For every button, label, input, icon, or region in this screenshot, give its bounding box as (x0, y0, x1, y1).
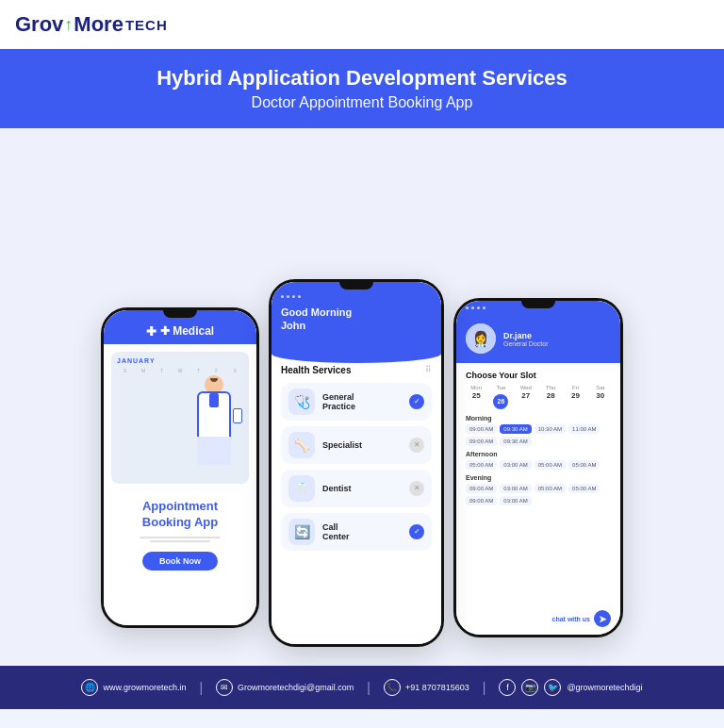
footer-divider-1: | (199, 680, 203, 695)
center-header-dots (281, 295, 432, 298)
center-header: Good Morning John (272, 282, 441, 352)
right-header-dots (466, 306, 485, 309)
phone-notch-right (521, 301, 555, 308)
time-slot[interactable]: 10:30 AM (535, 424, 566, 434)
time-slot[interactable]: 03:00 AM (500, 484, 531, 493)
day-wed: Wed 27 (516, 385, 536, 409)
phone-center-inner: Good Morning John Health Services ⠿ 🩺 Ge… (272, 282, 441, 644)
instagram-icon[interactable]: 📷 (521, 679, 538, 696)
footer-phone: 📞 +91 8707815603 (384, 679, 469, 696)
service-check-specialist: ✕ (409, 438, 424, 453)
logo-grow: Grov (15, 12, 63, 37)
service-specialist: 🦴 Specialist ✕ (281, 426, 432, 464)
phone-icon: 📞 (384, 679, 401, 696)
service-label-general: GeneralPractice (322, 392, 402, 411)
facebook-icon[interactable]: f (499, 679, 516, 696)
evening-slots: 09:00 AM 03:00 AM 05:00 AM 05:00 AM 09:0… (466, 484, 611, 505)
social-handle: @growmoretechdigi (567, 683, 642, 692)
phone-text[interactable]: +91 8707815603 (405, 683, 469, 692)
phone-left-inner: ✚ ✚ Medical JANUARY S M T W T F S (104, 310, 256, 625)
center-body: Health Services ⠿ 🩺 GeneralPractice ✓ 🦴 … (272, 352, 441, 570)
service-icon-specialist: 🦴 (288, 432, 315, 458)
chat-label: chat with us (552, 616, 590, 622)
sub-title: Doctor Appointment Booking App (19, 94, 705, 111)
day-thu: Thu 28 (540, 385, 561, 409)
calendar-area: JANUARY S M T W T F S (111, 352, 249, 484)
main-content: ✚ ✚ Medical JANUARY S M T W T F S (0, 128, 724, 666)
book-now-button[interactable]: Book Now (142, 552, 218, 571)
email-text[interactable]: Growmoretechdigi@gmail.com (238, 683, 354, 692)
doctor-info: Dr.jane General Doctor (503, 331, 548, 347)
time-slot[interactable]: 03:00 AM (500, 496, 531, 505)
service-check-dentist: ✕ (409, 481, 424, 496)
right-body: Choose Your Slot Mon 25 Tue 26 Wed 27 (456, 363, 620, 517)
logo-tech: TECH (125, 18, 168, 32)
afternoon-label: Afternoon (466, 451, 611, 457)
logo-more: More (74, 12, 123, 37)
time-slot[interactable]: 03:00 AM (500, 460, 531, 470)
calendar-month-label: JANUARY (117, 357, 243, 364)
day-fri: Fri 29 (565, 385, 585, 409)
twitter-icon[interactable]: 🐦 (544, 679, 561, 696)
day-tue: Tue 26 (490, 385, 511, 409)
time-slot[interactable]: 05:00 AM (535, 484, 566, 493)
time-slot[interactable]: 09:00 AM (466, 437, 497, 446)
time-slot[interactable]: 05:00 AM (568, 484, 600, 493)
service-check-general: ✓ (409, 394, 424, 409)
time-slot-active[interactable]: 09:30 AM (500, 424, 531, 434)
phone-left: ✚ ✚ Medical JANUARY S M T W T F S (101, 307, 259, 628)
phone-left-text: AppointmentBooking App (104, 491, 256, 546)
medical-cross-icon: ✚ (146, 324, 156, 339)
day-row: Mon 25 Tue 26 Wed 27 Thu 28 (466, 385, 611, 409)
doctor-avatar: 👩‍⚕️ (466, 323, 496, 354)
footer-email: ✉ Growmoretechdigi@gmail.com (216, 679, 354, 696)
day-sat: Sat 30 (590, 385, 611, 409)
greeting-text: Good Morning John (281, 306, 432, 333)
service-check-call-center: ✓ (409, 524, 424, 539)
header-banner: Hybrid Application Development Services … (0, 49, 724, 128)
time-slot[interactable]: 05:00 AM (535, 460, 566, 470)
email-icon: ✉ (216, 679, 233, 696)
service-icon-dentist: 🦷 (288, 475, 315, 502)
time-slot[interactable]: 05:00 AM (466, 460, 497, 470)
morning-label: Morning (466, 415, 611, 422)
evening-label: Evening (466, 474, 611, 481)
main-title: Hybrid Application Development Services (19, 66, 705, 91)
service-label-dentist: Dentist (322, 484, 402, 493)
phone-right: 👩‍⚕️ Dr.jane General Doctor Choose Your … (453, 298, 623, 637)
service-label-call-center: CallCenter (322, 522, 402, 541)
grid-icon: ⠿ (425, 365, 432, 374)
time-slot[interactable]: 09:00 AM (466, 484, 497, 493)
chat-bar[interactable]: chat with us ➤ (552, 610, 611, 627)
doctor-specialty: General Doctor (503, 340, 548, 347)
footer-divider-2: | (367, 680, 370, 695)
right-header: 👩‍⚕️ Dr.jane General Doctor (456, 301, 620, 363)
logo-arrow-icon: ↑ (64, 16, 73, 33)
service-icon-call-center: 🔄 (288, 519, 315, 545)
time-slot[interactable]: 09:30 AM (500, 437, 531, 446)
time-slot[interactable]: 09:00 AM (466, 496, 497, 505)
globe-icon: 🌐 (81, 679, 98, 696)
service-call-center: 🔄 CallCenter ✓ (281, 513, 432, 551)
footer-divider-3: | (483, 680, 486, 695)
logo-text: Grov ↑ More (15, 12, 123, 37)
logo: Grov ↑ More TECH (15, 12, 168, 37)
top-bar: Grov ↑ More TECH (0, 0, 724, 49)
app-title: AppointmentBooking App (113, 499, 247, 531)
footer: 🌐 www.growmoretech.in | ✉ Growmoretechdi… (0, 666, 724, 709)
phone-right-inner: 👩‍⚕️ Dr.jane General Doctor Choose Your … (456, 301, 620, 635)
slot-title: Choose Your Slot (466, 371, 611, 380)
time-slot[interactable]: 09:00 AM (466, 424, 497, 434)
phone-center: Good Morning John Health Services ⠿ 🩺 Ge… (269, 279, 444, 647)
day-mon: Mon 25 (466, 385, 486, 409)
service-icon-stethoscope: 🩺 (288, 389, 315, 415)
time-slot[interactable]: 11:00 AM (568, 424, 600, 434)
phone-left-title: ✚ Medical (160, 324, 214, 338)
chat-icon: ➤ (594, 610, 611, 627)
website-text[interactable]: www.growmoretech.in (103, 683, 186, 692)
service-dentist: 🦷 Dentist ✕ (281, 470, 432, 507)
service-general-practice: 🩺 GeneralPractice ✓ (281, 383, 432, 421)
time-slot[interactable]: 05:00 AM (568, 460, 600, 470)
doctor-name: Dr.jane (503, 331, 548, 340)
phone-notch-center (339, 282, 373, 290)
